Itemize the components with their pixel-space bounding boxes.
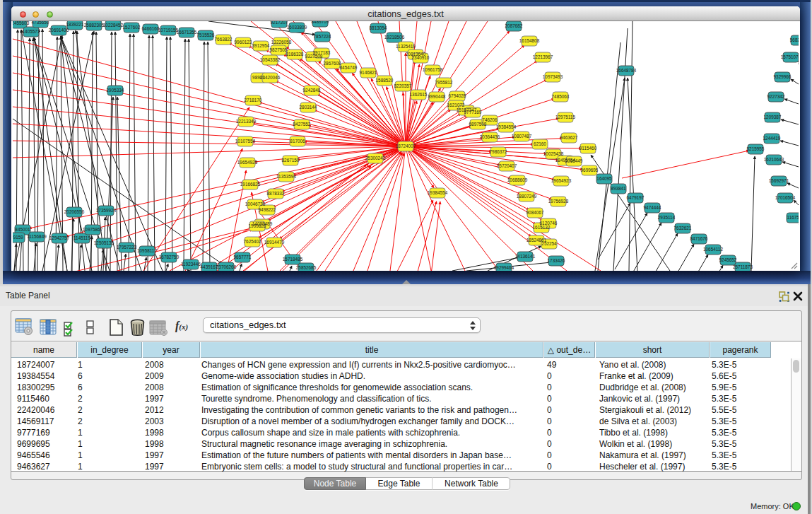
- svg-text:13226058: 13226058: [271, 40, 292, 45]
- svg-text:18724007: 18724007: [396, 144, 416, 148]
- svg-text:10107554: 10107554: [235, 139, 256, 144]
- svg-text:11156849: 11156849: [27, 234, 47, 239]
- svg-text:9227342: 9227342: [767, 94, 785, 99]
- svg-text:1733426: 1733426: [548, 258, 565, 263]
- svg-text:62160: 62160: [534, 141, 546, 146]
- svg-text:7955812: 7955812: [435, 80, 453, 85]
- svg-text:1209387: 1209387: [764, 115, 782, 119]
- svg-text:8471676: 8471676: [690, 236, 708, 241]
- svg-text:8220357: 8220357: [394, 83, 412, 88]
- svg-text:10654112: 10654112: [703, 247, 723, 252]
- svg-text:11325419: 11325419: [396, 44, 416, 49]
- svg-text:10228452: 10228452: [103, 23, 124, 28]
- svg-text:25711873: 25711873: [733, 264, 753, 269]
- svg-text:7632621: 7632621: [674, 226, 692, 230]
- svg-text:1405571: 1405571: [23, 29, 40, 34]
- svg-text:7986372: 7986372: [490, 149, 507, 154]
- svg-text:10807487: 10807487: [512, 134, 532, 139]
- svg-text:9474444: 9474444: [644, 205, 661, 210]
- svg-text:2340910: 2340910: [412, 55, 430, 60]
- svg-text:252254: 252254: [541, 241, 557, 246]
- svg-text:10688609: 10688609: [507, 177, 528, 182]
- svg-text:1244419: 1244419: [763, 136, 781, 141]
- svg-text:9242848: 9242848: [303, 88, 321, 93]
- svg-text:10958117: 10958117: [137, 248, 157, 253]
- svg-text:5682115: 5682115: [790, 37, 799, 42]
- svg-text:10719155: 10719155: [158, 28, 179, 33]
- svg-text:25300243: 25300243: [365, 156, 386, 160]
- svg-text:8990448: 8990448: [428, 94, 446, 99]
- svg-text:19654925: 19654925: [237, 160, 258, 165]
- svg-text:746206: 746206: [482, 117, 498, 122]
- svg-text:6466160: 6466160: [142, 26, 160, 31]
- svg-text:6897508: 6897508: [469, 122, 487, 127]
- svg-text:6120746: 6120746: [540, 221, 558, 226]
- svg-text:9329966: 9329966: [774, 74, 792, 79]
- svg-text:23706266: 23706266: [216, 264, 237, 269]
- svg-text:16154808: 16154808: [519, 38, 540, 43]
- svg-text:9146821: 9146821: [360, 70, 377, 75]
- svg-text:1145119: 1145119: [73, 235, 90, 240]
- svg-text:2087682: 2087682: [505, 23, 523, 28]
- svg-text:15718485: 15718485: [283, 257, 303, 262]
- svg-text:16914479: 16914479: [264, 240, 285, 245]
- svg-text:12942757: 12942757: [49, 235, 70, 240]
- svg-text:16033809: 16033809: [287, 25, 307, 30]
- svg-text:7625402: 7625402: [244, 239, 261, 244]
- svg-text:39159: 39159: [13, 235, 23, 240]
- svg-text:3912954: 3912954: [252, 43, 270, 48]
- svg-text:1527602: 1527602: [123, 25, 141, 30]
- svg-text:9498222: 9498222: [259, 207, 276, 212]
- svg-text:16782759: 16782759: [159, 255, 180, 259]
- svg-text:1999828: 1999828: [249, 223, 266, 228]
- svg-text:817006: 817006: [290, 139, 305, 144]
- svg-text:17359924: 17359924: [96, 208, 117, 213]
- svg-text:16648784: 16648784: [616, 68, 637, 73]
- svg-text:19756928: 19756928: [548, 199, 569, 204]
- svg-text:15720407: 15720407: [497, 163, 517, 168]
- svg-text:2867608: 2867608: [324, 61, 341, 66]
- svg-text:2803144: 2803144: [300, 105, 317, 110]
- svg-text:116753: 116753: [787, 215, 799, 220]
- svg-text:7857224: 7857224: [314, 34, 331, 39]
- svg-text:4735650: 4735650: [32, 21, 49, 25]
- svg-text:893841: 893841: [611, 186, 626, 191]
- svg-text:1839221: 1839221: [66, 22, 84, 27]
- svg-text:12975115: 12975115: [555, 115, 575, 119]
- svg-text:19384554: 19384554: [496, 124, 517, 129]
- svg-text:17957223: 17957223: [117, 245, 137, 250]
- svg-text:9657771: 9657771: [234, 255, 252, 259]
- svg-text:10046738: 10046738: [245, 201, 266, 206]
- svg-text:164095: 164095: [596, 176, 612, 181]
- svg-text:3917183: 3917183: [313, 50, 331, 55]
- svg-text:14136141: 14136141: [515, 254, 536, 259]
- svg-text:19654923: 19654923: [551, 178, 572, 183]
- svg-text:25882305: 25882305: [84, 23, 105, 28]
- svg-text:19166825: 19166825: [240, 182, 261, 187]
- svg-text:2905334: 2905334: [107, 88, 124, 93]
- svg-text:19218506: 19218506: [384, 35, 405, 40]
- svg-text:8489709: 8489709: [312, 21, 329, 24]
- svg-text:17016504: 17016504: [775, 195, 796, 200]
- svg-text:20364436: 20364436: [480, 134, 500, 139]
- svg-text:8186328: 8186328: [286, 52, 304, 57]
- svg-text:22455603: 22455603: [13, 21, 30, 25]
- svg-text:9827505: 9827505: [270, 47, 288, 52]
- svg-text:9217207: 9217207: [271, 21, 288, 25]
- svg-text:6479197: 6479197: [627, 195, 645, 200]
- svg-text:10975867: 10975867: [83, 227, 103, 232]
- svg-text:2718170: 2718170: [245, 98, 262, 103]
- svg-text:18807249: 18807249: [517, 194, 537, 199]
- svg-text:9463627: 9463627: [560, 135, 578, 140]
- svg-text:10973493: 10973493: [543, 74, 563, 79]
- svg-text:1615132: 1615132: [533, 225, 551, 230]
- svg-text:845001: 845001: [15, 227, 30, 232]
- svg-text:9084067: 9084067: [526, 210, 544, 215]
- svg-text:10025438: 10025438: [543, 151, 564, 156]
- svg-text:1362615: 1362615: [410, 92, 428, 97]
- svg-text:10543382: 10543382: [260, 57, 281, 62]
- svg-text:8454749: 8454749: [340, 65, 358, 70]
- svg-text:23420046: 23420046: [260, 75, 281, 80]
- svg-text:9245652: 9245652: [719, 257, 737, 262]
- svg-text:2066449: 2066449: [565, 158, 583, 163]
